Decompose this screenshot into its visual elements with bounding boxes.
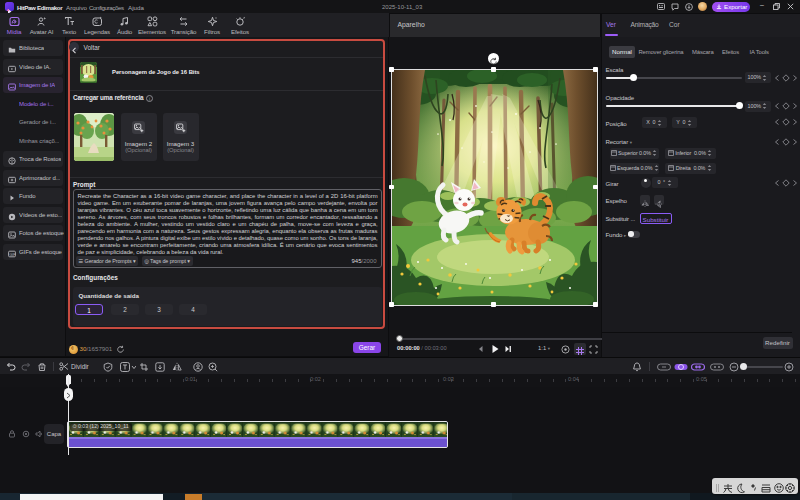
svg-text:GIF: GIF (10, 252, 16, 256)
